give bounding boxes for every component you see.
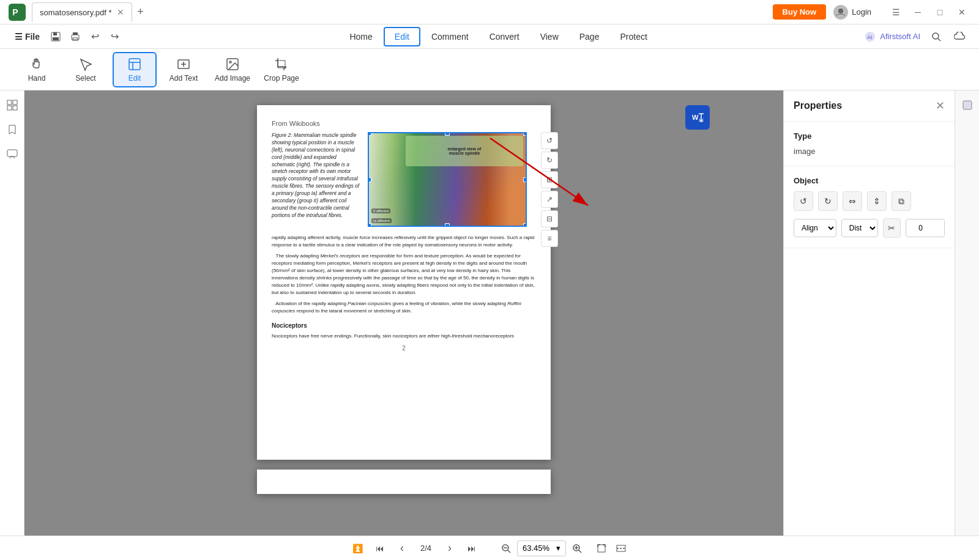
crop-button[interactable]: ✂ (883, 218, 901, 238)
menu-page[interactable]: Page (570, 28, 609, 45)
sidebar-thumbnails-icon[interactable] (2, 95, 22, 115)
zoom-value-display[interactable]: 63.45% ▾ (517, 540, 566, 556)
svg-point-2 (838, 9, 843, 13)
svg-rect-26 (7, 150, 17, 157)
rotate-ccw-button[interactable]: ↺ (794, 191, 813, 211)
translate-float-button[interactable]: W (685, 105, 710, 130)
crop-page-tool-button[interactable]: Crop Page (259, 52, 303, 87)
file-menu-label: File (25, 32, 40, 42)
fig-tool-1[interactable]: ↺ (541, 132, 558, 149)
close-button[interactable]: ✕ (952, 4, 972, 21)
redo-button[interactable]: ↪ (106, 28, 123, 45)
zoom-dropdown-icon: ▾ (556, 543, 560, 553)
search-button[interactable] (928, 28, 945, 45)
pdf-tab[interactable]: somatosensory.pdf * ✕ (32, 2, 132, 22)
sel-handle-bl[interactable] (368, 223, 371, 227)
maximize-button[interactable]: □ (930, 4, 950, 21)
panel-close-button[interactable]: ✕ (936, 99, 945, 112)
menu-left: ☰ File ↩ ↪ (10, 28, 123, 45)
menu-edit[interactable]: Edit (384, 27, 420, 46)
menu-home[interactable]: Home (340, 28, 382, 45)
nav-next-page-button[interactable]: ⏭ (463, 540, 480, 557)
svg-rect-13 (129, 59, 140, 70)
hand-tool-button[interactable]: Hand (15, 52, 59, 87)
print-button[interactable] (67, 28, 84, 45)
fig-tool-3[interactable]: ⊞ (541, 171, 558, 188)
arrange-button[interactable]: ⧉ (892, 191, 911, 211)
tab-close-button[interactable]: ✕ (117, 7, 124, 17)
align-select[interactable]: Align Left Center Right (794, 219, 836, 237)
flip-h-button[interactable]: ⇔ (843, 191, 862, 211)
paragraph-2: The slowly adapting Merkel's receptors a… (272, 252, 536, 297)
sel-handle-ml[interactable] (368, 177, 371, 182)
from-wikibooks-label: From Wikibooks (272, 120, 536, 127)
bottom-bar: ⏫ ⏮ ‹ 2/4 › ⏭ 63.45% ▾ (0, 536, 979, 560)
paragraph-3: Activation of the rapidly adapting Pacin… (272, 300, 536, 315)
sel-handle-br[interactable] (523, 223, 527, 227)
fig-tool-6[interactable]: ≡ (541, 230, 558, 247)
buy-now-button[interactable]: Buy Now (773, 4, 827, 20)
type-section-title: Type (794, 131, 945, 141)
nociceptors-text: Nociceptors have free nerve endings. Fun… (272, 333, 536, 340)
zoom-in-button[interactable] (568, 540, 586, 557)
extra-right-icon[interactable] (958, 95, 977, 115)
ai-button[interactable]: AI Afirstsoft AI (864, 31, 920, 43)
nav-prev-page-button[interactable]: ⏮ (371, 540, 389, 557)
rotation-input[interactable] (906, 219, 945, 237)
sidebar-bookmarks-icon[interactable] (2, 120, 22, 139)
fit-page-button[interactable] (593, 540, 610, 557)
zoom-out-button[interactable] (497, 540, 515, 557)
fig-tool-2[interactable]: ↻ (541, 152, 558, 169)
extra-right-panel (955, 90, 979, 536)
distribute-select[interactable]: Dist (841, 219, 878, 237)
new-tab-button[interactable]: + (132, 4, 149, 21)
file-menu-item[interactable]: ☰ File (10, 29, 45, 44)
menu-comment[interactable]: Comment (422, 28, 478, 45)
app-logo: P (7, 2, 27, 22)
sel-handle-bm[interactable] (445, 223, 450, 227)
menu-convert[interactable]: Convert (480, 28, 529, 45)
svg-point-11 (932, 33, 939, 39)
add-text-tool-button[interactable]: Add Text (162, 52, 206, 87)
nav-prev-button[interactable]: ‹ (393, 540, 411, 557)
fit-width-button[interactable] (612, 540, 630, 557)
nav-first-button[interactable]: ⏫ (349, 540, 367, 557)
object-tools: ↺ ↻ ⇔ ⇕ ⧉ Align Left Center Right Dist (794, 191, 945, 238)
page-indicator: 2/4 (415, 543, 436, 553)
fig-tool-4[interactable]: ↗ (541, 191, 558, 208)
minimize-button[interactable]: ─ (908, 4, 928, 21)
save-button[interactable] (47, 28, 64, 45)
fig-tool-5[interactable]: ⊟ (541, 210, 558, 227)
object-row-1: ↺ ↻ ⇔ ⇕ ⧉ (794, 191, 945, 211)
cloud-button[interactable] (952, 28, 969, 45)
document-area[interactable]: W From Wikibooks Figure 2: Mammalian mus… (24, 90, 783, 536)
svg-rect-4 (53, 32, 57, 35)
menu-icon-button[interactable]: ☰ (886, 4, 906, 21)
rotate-cw-button[interactable]: ↻ (818, 191, 838, 211)
login-button[interactable]: Login (833, 5, 871, 20)
svg-line-35 (508, 550, 510, 553)
pdf-page-2: From Wikibooks Figure 2: Mammalian muscl… (257, 105, 551, 460)
nav-next-button[interactable]: › (441, 540, 458, 557)
menu-view[interactable]: View (530, 28, 568, 45)
edit-tool-button[interactable]: Edit (113, 52, 157, 87)
sel-handle-tr[interactable] (523, 132, 527, 136)
sel-handle-tm[interactable] (445, 132, 450, 136)
object-section-title: Object (794, 176, 945, 185)
sidebar-comments-icon[interactable] (2, 144, 22, 164)
add-text-tool-label: Add Text (169, 74, 198, 83)
menu-protect[interactable]: Protect (610, 28, 657, 45)
hand-tool-label: Hand (28, 74, 46, 83)
sel-handle-tl[interactable] (368, 132, 371, 136)
sel-handle-mr[interactable] (523, 177, 527, 182)
object-row-2: Align Left Center Right Dist ✂ (794, 218, 945, 238)
type-value: image (794, 147, 945, 156)
main-content: W From Wikibooks Figure 2: Mammalian mus… (0, 90, 979, 536)
undo-button[interactable]: ↩ (86, 28, 103, 45)
svg-rect-22 (7, 100, 12, 105)
flip-v-button[interactable]: ⇕ (867, 191, 887, 211)
add-image-tool-button[interactable]: Add Image (210, 52, 255, 87)
figure-image[interactable]: enlarged view ofmuscle spindle Ia affere… (368, 132, 527, 227)
tab-title: somatosensory.pdf * (40, 8, 112, 17)
select-tool-button[interactable]: Select (64, 52, 108, 87)
